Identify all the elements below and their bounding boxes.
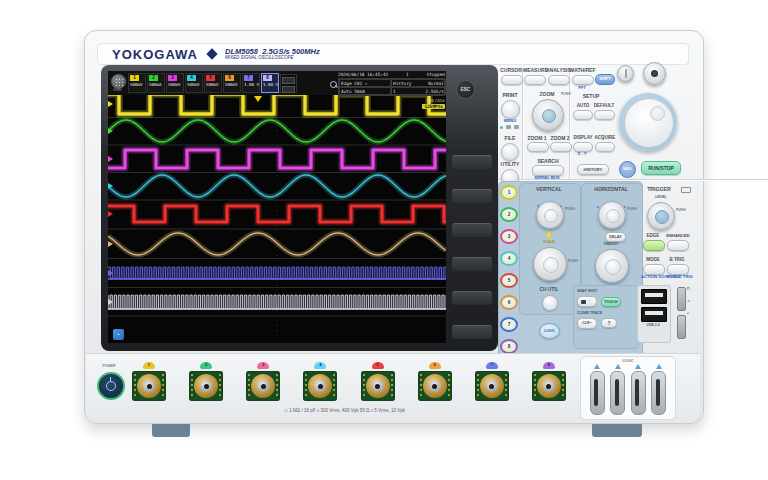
screen-menu-icon[interactable] xyxy=(111,74,126,89)
folder-icon xyxy=(506,125,511,129)
math-ref-button[interactable] xyxy=(572,75,594,85)
soft-key[interactable] xyxy=(452,257,492,271)
bnc-center-pin xyxy=(204,384,209,389)
bnc-input-ch3[interactable]: 3 xyxy=(238,362,288,418)
jog-knob[interactable] xyxy=(624,98,674,148)
bnc-mount-pins xyxy=(363,374,365,376)
enhanced-button[interactable] xyxy=(667,240,689,251)
pod-marker-icon xyxy=(656,364,662,369)
menu-grid-icon xyxy=(115,78,123,86)
logic-pod-connector[interactable] xyxy=(631,364,646,415)
zoom-knob[interactable] xyxy=(532,99,564,131)
soft-key[interactable] xyxy=(452,291,492,305)
bnc-mount-pins xyxy=(248,374,250,376)
channel-badge[interactable]: 2500mA xyxy=(147,73,165,93)
bnc-input-ch7[interactable]: 7 xyxy=(467,362,517,418)
soft-key[interactable] xyxy=(452,155,492,169)
logic-pod-connector[interactable] xyxy=(651,364,666,415)
channel-8-button[interactable]: 8 xyxy=(500,339,518,354)
soft-key[interactable] xyxy=(452,223,492,237)
touch-button[interactable]: TOUCH xyxy=(601,297,621,307)
channel-badge[interactable]: 1500mV xyxy=(128,73,146,93)
bnc-center-pin xyxy=(546,384,551,389)
auto-button[interactable] xyxy=(573,110,593,120)
select-knob-button[interactable] xyxy=(651,70,658,77)
zoom2-button[interactable] xyxy=(550,142,572,152)
esc-button[interactable]: ESC xyxy=(456,80,475,99)
auto-label: AUTO xyxy=(573,103,593,108)
time-div-knob[interactable] xyxy=(595,249,629,283)
channel-6-button[interactable]: 6 xyxy=(500,295,518,310)
jog-shuttle-ring[interactable] xyxy=(619,93,677,151)
status-history: HistoryNormal xyxy=(391,79,446,87)
ground-terminal[interactable] xyxy=(677,315,686,339)
bnc-inner xyxy=(429,380,441,392)
acquire-button[interactable] xyxy=(595,142,615,152)
probe-comp-terminal[interactable] xyxy=(677,287,686,311)
snap-shot-button[interactable]: ~ xyxy=(577,296,597,307)
print-button[interactable] xyxy=(501,100,520,119)
trigger-in-icon xyxy=(681,187,691,193)
channel-scale-value: 500mV xyxy=(225,82,239,87)
horizontal-position-cap xyxy=(606,209,620,223)
channel-1-button[interactable]: 1 xyxy=(500,185,518,200)
horizontal-position-knob[interactable] xyxy=(598,201,626,229)
bnc-connector-ring xyxy=(137,374,161,398)
help-button[interactable]: ? xyxy=(601,318,617,328)
logic-pod-connector[interactable] xyxy=(590,364,605,415)
cursor-button[interactable] xyxy=(501,75,523,85)
vertical-scale-knob[interactable] xyxy=(533,247,567,281)
b-trig-label: B TRIG xyxy=(665,257,689,262)
channel-badge[interactable]: 4500mV xyxy=(185,73,203,93)
bnc-input-ch2[interactable]: 2 xyxy=(181,362,231,418)
zoom-indicator-icon xyxy=(330,81,337,88)
channel-badge[interactable]: 5500mV xyxy=(204,73,222,93)
channel-4-button[interactable]: 4 xyxy=(500,251,518,266)
channel-7-button[interactable]: 7 xyxy=(500,317,518,332)
shift-button[interactable]: SHIFT xyxy=(595,74,615,85)
channel-badge[interactable]: 71.00 V xyxy=(242,73,260,93)
waveform-area[interactable] xyxy=(108,95,446,343)
channel-badge[interactable]: 81.00 V xyxy=(261,73,279,93)
bnc-input-ch1[interactable]: 1 xyxy=(124,362,174,418)
usb-port-1[interactable] xyxy=(641,289,667,304)
history-button[interactable]: HISTORY xyxy=(577,164,609,175)
bnc-channel-marker: 5 xyxy=(372,362,384,369)
analysis-button[interactable] xyxy=(548,75,570,85)
zoom1-button[interactable] xyxy=(527,142,549,152)
single-trigger-button[interactable]: SNGL xyxy=(619,161,636,178)
vertical-title: VERTICAL xyxy=(525,186,573,192)
channel-5-button[interactable]: 5 xyxy=(500,273,518,288)
search-label: SEARCH xyxy=(535,158,561,164)
measure-button[interactable] xyxy=(524,75,546,85)
channel-2-button[interactable]: 2 xyxy=(500,207,518,222)
channel-badge[interactable]: 3500mV xyxy=(166,73,184,93)
power-button[interactable] xyxy=(97,372,125,400)
edge-button[interactable] xyxy=(643,240,665,251)
soft-key[interactable] xyxy=(452,325,492,339)
lcd-screen[interactable]: MENU 1500mV2500mA3500mV4500mV5500mV6500m… xyxy=(108,71,446,343)
file-button[interactable] xyxy=(501,143,519,161)
ch-util-button[interactable] xyxy=(542,295,558,311)
soft-key[interactable] xyxy=(452,189,492,203)
pod-socket xyxy=(651,371,666,415)
clear-trace-button[interactable]: CLR~ xyxy=(577,318,597,329)
action-gonogo-label: ACTION GO/NO-GO xyxy=(641,275,665,280)
delay-button[interactable]: DELAY xyxy=(605,232,626,242)
bnc-input-ch6[interactable]: 6 xyxy=(410,362,460,418)
channel-3-button[interactable]: 3 xyxy=(500,229,518,244)
select-knob[interactable] xyxy=(643,62,666,85)
usb-port-2[interactable] xyxy=(641,307,667,322)
channel-badge[interactable]: 6500mV xyxy=(223,73,241,93)
trigger-level-knob[interactable] xyxy=(647,202,675,230)
logic-button[interactable]: LOGIC xyxy=(539,323,560,339)
vertical-position-knob[interactable] xyxy=(536,201,564,229)
bnc-inner xyxy=(372,380,384,392)
bnc-mount-pins xyxy=(191,374,193,376)
logic-pod-connector[interactable] xyxy=(610,364,625,415)
default-button[interactable] xyxy=(594,110,615,120)
run-stop-button[interactable]: RUN/STOP xyxy=(641,161,681,175)
fft-label: FFT xyxy=(575,86,589,91)
bnc-input-ch8[interactable]: 8 xyxy=(524,362,574,418)
intensity-knob[interactable] xyxy=(617,65,634,82)
